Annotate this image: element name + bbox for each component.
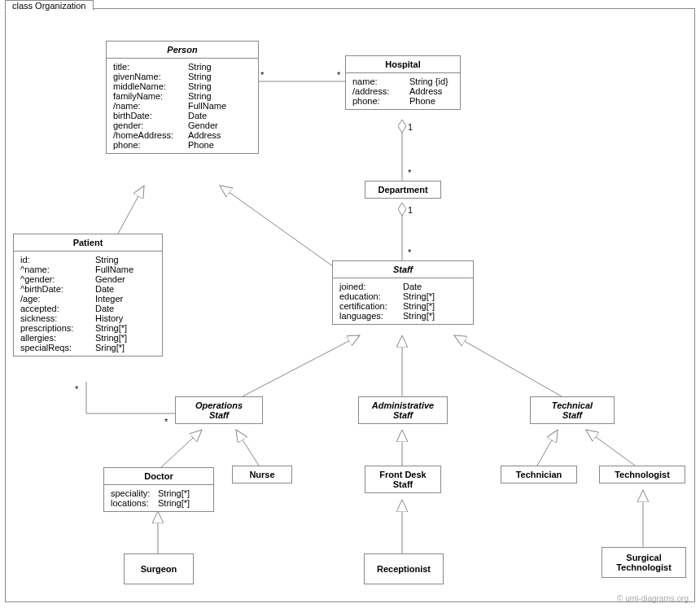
class-title: Person [107, 42, 258, 58]
class-receptionist: Receptionist [364, 553, 444, 584]
mult: * [408, 247, 411, 257]
class-surgeon: Surgeon [124, 553, 194, 584]
class-person: Person title:String givenName:String mid… [106, 41, 259, 154]
class-attrs: title:String givenName:String middleName… [107, 58, 258, 153]
mult: * [260, 70, 264, 80]
class-title: Doctor [104, 468, 213, 484]
class-title: Surgeon [125, 554, 193, 584]
class-title: Receptionist [365, 554, 443, 584]
class-surgical-technologist: SurgicalTechnologist [602, 547, 686, 578]
class-title: Nurse [233, 466, 291, 483]
class-patient: Patient id:String ^name:FullName ^gender… [13, 234, 163, 356]
class-department: Department [365, 181, 441, 199]
class-title: OperationsStaff [176, 397, 262, 423]
watermark: © uml-diagrams.org [617, 594, 689, 603]
class-title: Patient [14, 234, 162, 251]
class-hospital: Hospital name:String {id} /address:Addre… [345, 55, 461, 110]
class-title: Staff [333, 261, 473, 278]
frame-title: class Organization [5, 0, 94, 11]
class-title: SurgicalTechnologist [602, 548, 685, 577]
class-title: Department [365, 182, 440, 198]
mult: * [337, 70, 340, 80]
class-title: AdministrativeStaff [359, 397, 447, 423]
mult: * [164, 417, 168, 426]
class-operations-staff: OperationsStaff [175, 396, 263, 424]
class-technologist: Technologist [599, 466, 685, 483]
class-technical-staff: TechnicalStaff [530, 396, 615, 424]
class-attrs: joined:Date education:String[*] certific… [333, 278, 473, 324]
class-attrs: id:String ^name:FullName ^gender:Gender … [14, 251, 162, 356]
mult: * [75, 384, 78, 394]
class-staff: Staff joined:Date education:String[*] ce… [332, 260, 474, 325]
class-title: Technician [501, 466, 576, 483]
class-administrative-staff: AdministrativeStaff [358, 396, 448, 424]
class-nurse: Nurse [232, 466, 292, 483]
class-title: Front DeskStaff [365, 466, 440, 492]
class-attrs: name:String {id} /address:Address phone:… [346, 72, 460, 109]
class-title: Hospital [346, 56, 460, 72]
mult: * [408, 168, 411, 177]
mult: 1 [408, 122, 413, 132]
class-attrs: speciality:String[*] locations:String[*] [104, 484, 213, 511]
class-technician: Technician [501, 466, 577, 483]
class-title: TechnicalStaff [531, 397, 614, 423]
class-front-desk-staff: Front DeskStaff [365, 466, 441, 493]
class-title: Technologist [600, 466, 685, 483]
class-doctor: Doctor speciality:String[*] locations:St… [103, 467, 214, 512]
mult: 1 [408, 205, 413, 215]
